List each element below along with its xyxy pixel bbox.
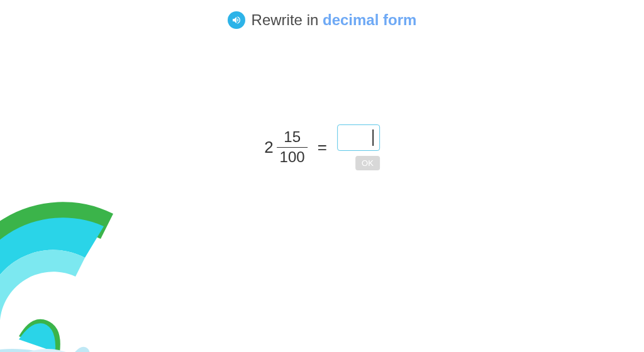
equation: 2 15 100 = OK <box>264 124 380 170</box>
svg-point-0 <box>0 349 69 352</box>
prompt-text: Rewrite in decimal form <box>252 11 417 29</box>
fraction: 15 100 <box>277 129 308 165</box>
svg-point-1 <box>16 349 79 352</box>
input-wrap <box>337 124 380 151</box>
whole-number: 2 <box>264 138 273 157</box>
speaker-icon[interactable] <box>228 11 245 29</box>
equals-sign: = <box>318 138 327 157</box>
decorative-waterfall <box>0 176 164 352</box>
mixed-number: 2 15 100 <box>264 129 308 165</box>
prompt-prefix: Rewrite in <box>252 11 323 28</box>
header: Rewrite in decimal form <box>0 0 644 29</box>
fraction-bar <box>277 147 308 148</box>
numerator: 15 <box>281 129 303 145</box>
sound-icon <box>231 15 242 25</box>
text-cursor <box>372 129 374 146</box>
denominator: 100 <box>277 149 308 165</box>
answer-area: OK <box>337 124 380 170</box>
ok-button[interactable]: OK <box>355 156 380 170</box>
prompt-highlight: decimal form <box>323 11 416 28</box>
